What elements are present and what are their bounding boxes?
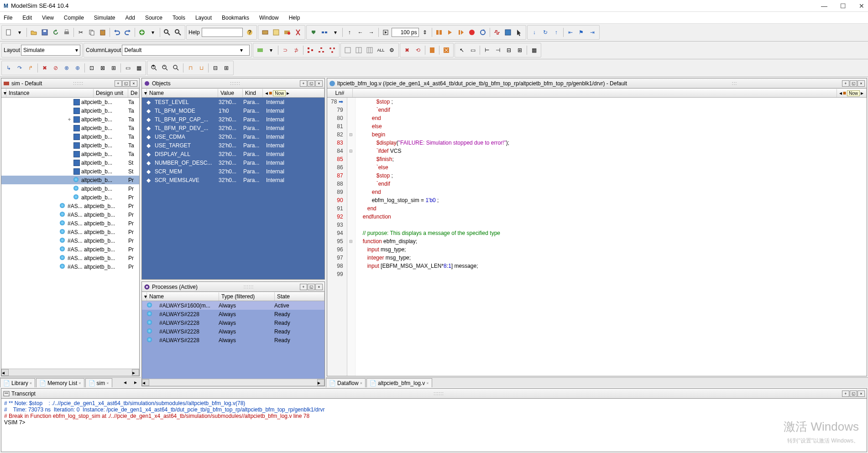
tab-sim[interactable]: 📄sim× <box>85 378 112 387</box>
tree-row[interactable]: altpcietb_b...Ta <box>1 150 139 158</box>
object-row[interactable]: ◆SCR_MEMSLAVE32'h0...Para...Internal <box>142 176 324 184</box>
pane-dock-icon[interactable]: ◱ <box>122 80 130 87</box>
object-row[interactable]: ◆NUMBER_OF_DESC...32'h0...Para...Interna… <box>142 158 324 167</box>
columnlayout-select[interactable]: ▾ <box>122 45 250 56</box>
pane-dock-icon[interactable]: ◱ <box>308 80 315 87</box>
tree-row[interactable]: #AS... altpcietb_b...Pr <box>1 210 139 219</box>
process-row[interactable]: #ALWAYS#2228AlwaysReady <box>142 336 324 344</box>
library-icon[interactable] <box>260 27 270 37</box>
pane-add-icon[interactable]: + <box>842 391 849 397</box>
processes-list[interactable]: #ALWAYS#1600(m...AlwaysActive#ALWAYS#222… <box>142 301 324 379</box>
refresh-icon[interactable] <box>51 27 61 37</box>
compile-icon[interactable] <box>271 27 281 37</box>
new-icon[interactable] <box>4 27 14 37</box>
bp-toggle-icon[interactable]: ✖ <box>40 63 50 73</box>
grid3-icon[interactable] <box>365 45 375 55</box>
process-row[interactable]: #ALWAYS#1600(m...AlwaysActive <box>142 301 324 310</box>
pane-close-icon[interactable]: × <box>130 80 137 87</box>
obj-col-name[interactable]: Name <box>147 89 218 97</box>
sim-col-de[interactable]: De <box>128 89 139 97</box>
object-row[interactable]: ◆TL_BFM_RP_CAP_...32'h0...Para...Interna… <box>142 115 324 124</box>
tree-row[interactable]: altpcietb_b...Pr <box>1 176 139 184</box>
pane-close-icon[interactable]: × <box>315 80 323 87</box>
tree-row[interactable]: #AS... altpcietb_b...Pr <box>1 228 139 236</box>
clear-icon[interactable]: ⟲ <box>413 45 423 55</box>
add-icon[interactable] <box>137 27 147 37</box>
proc-col-type[interactable]: Type (filtered) <box>219 292 275 301</box>
link-icon[interactable] <box>319 27 329 37</box>
menu-layout[interactable]: Layout <box>195 15 212 21</box>
sim-tree[interactable]: altpcietb_b...Taaltpcietb_b...Ta+altpcie… <box>1 98 139 369</box>
objects-list[interactable]: ◆TEST_LEVEL32'h0...Para...Internal◆TL_BF… <box>142 98 324 279</box>
dropdown-icon[interactable]: ▾ <box>15 27 25 37</box>
tree-row[interactable]: #AS... altpcietb_b...Pr <box>1 219 139 228</box>
prev-icon[interactable]: ◂ <box>839 90 842 96</box>
run-icon[interactable] <box>381 27 391 37</box>
sim-col-design[interactable]: Design unit <box>94 89 128 97</box>
step-into-icon[interactable]: ↳ <box>4 63 14 73</box>
tree-row[interactable]: +altpcietb_b...Ta <box>1 115 139 124</box>
bp-prev-icon[interactable]: ⊗ <box>62 63 72 73</box>
notcontains-icon[interactable]: ⊅ <box>291 45 301 55</box>
measure1-icon[interactable]: ⊢ <box>482 45 492 55</box>
forward-icon[interactable]: → <box>366 27 376 37</box>
obj-col-kind[interactable]: Kind <box>243 89 263 97</box>
bus-icon[interactable]: ⊓ <box>185 63 195 73</box>
pane-add-icon[interactable]: + <box>300 80 307 87</box>
object-row[interactable]: ◆DISPLAY_ALL32'h0...Para...Internal <box>142 150 324 158</box>
menu-bookmarks[interactable]: Bookmarks <box>222 15 249 21</box>
restart-icon[interactable] <box>478 27 488 37</box>
tab-altpcietb_bfm_log-v[interactable]: 📄altpcietb_bfm_log.v× <box>366 378 432 387</box>
run-all-icon[interactable] <box>434 27 444 37</box>
bp-clear-icon[interactable]: ⊘ <box>51 63 61 73</box>
object-row[interactable]: ◆SCR_MEM32'h0...Para...Internal <box>142 167 324 176</box>
collapse-icon[interactable]: ⊟ <box>210 63 220 73</box>
tree-row[interactable]: altpcietb_b...St <box>1 167 139 176</box>
pane-add-icon[interactable]: + <box>115 80 122 87</box>
source-editor[interactable]: 78 ➡798081828384858687888990919293949596… <box>327 98 867 376</box>
tab-next-icon[interactable]: ▸ <box>131 377 141 387</box>
cut-icon[interactable]: ✂ <box>76 27 86 37</box>
tree-row[interactable]: #AS... altpcietb_b...Pr <box>1 262 139 271</box>
grid-all-icon[interactable]: ALL <box>376 45 386 55</box>
measure4-icon[interactable]: ⊞ <box>515 45 525 55</box>
grid1-icon[interactable] <box>343 45 353 55</box>
menu-add[interactable]: Add <box>125 15 135 21</box>
obj-col-value[interactable]: Value <box>218 89 243 97</box>
cursor-icon[interactable] <box>514 27 524 37</box>
dropdown-icon[interactable]: ▾ <box>148 27 158 37</box>
menu-source[interactable]: Source <box>145 15 162 21</box>
cursor-sync-icon[interactable]: ↻ <box>540 27 550 37</box>
tree-row[interactable]: #AS... altpcietb_b...Pr <box>1 254 139 262</box>
tab-memory-list[interactable]: 📄Memory List× <box>36 378 84 387</box>
tree-row[interactable]: #AS... altpcietb_b...Pr <box>1 236 139 245</box>
run-length-input[interactable] <box>392 28 419 37</box>
gear-icon[interactable]: ⚙ <box>387 45 397 55</box>
menu-simulate[interactable]: Simulate <box>94 15 115 21</box>
zoom-in-icon[interactable]: + <box>149 63 159 73</box>
tree-row[interactable]: altpcietb_b...Pr <box>1 193 139 202</box>
pane-dock-icon[interactable]: ◱ <box>308 284 315 290</box>
menu-file[interactable]: File <box>4 15 12 21</box>
tree-row[interactable]: altpcietb_b...Pr <box>1 184 139 193</box>
copy-icon[interactable] <box>87 27 97 37</box>
pane-add-icon[interactable]: + <box>300 284 307 290</box>
grid-icon[interactable]: ▦ <box>134 63 144 73</box>
delete-icon[interactable]: ✖ <box>402 45 412 55</box>
now-button[interactable]: Now <box>847 90 860 96</box>
maximize-button[interactable]: ☐ <box>840 2 846 10</box>
list-icon[interactable] <box>503 27 513 37</box>
prev-icon[interactable]: ◂ <box>265 90 268 96</box>
simulate-start-icon[interactable] <box>282 27 292 37</box>
contains-icon[interactable]: ⊃ <box>280 45 290 55</box>
dropdown-icon[interactable]: ▾ <box>330 27 340 37</box>
object-row[interactable]: ◆TL_BFM_MODE1'h0Para...Internal <box>142 106 324 115</box>
select-icon[interactable]: ▭ <box>468 45 478 55</box>
now-button[interactable]: Now <box>273 90 286 96</box>
process-row[interactable]: #ALWAYS#2228AlwaysReady <box>142 310 324 318</box>
pane-close-icon[interactable]: × <box>315 284 323 290</box>
pane-dock-icon[interactable]: ◱ <box>850 80 857 87</box>
tree-row[interactable]: altpcietb_b...Ta <box>1 98 139 106</box>
save-icon[interactable] <box>40 27 50 37</box>
up-icon[interactable]: ↑ <box>345 27 355 37</box>
